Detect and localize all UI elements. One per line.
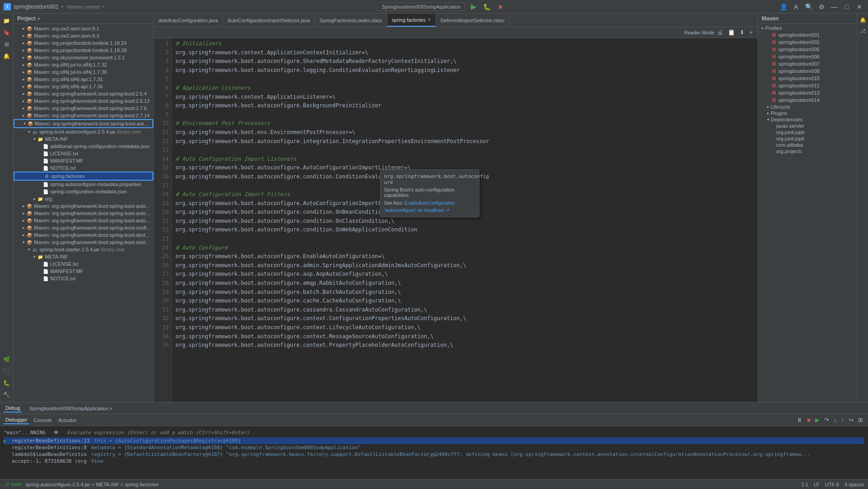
project-name[interactable]: springbootdom001	[14, 4, 58, 10]
tree-arrow[interactable]: ▸	[21, 77, 26, 82]
tree-arrow[interactable]: ▸	[21, 70, 26, 74]
maven-item-10[interactable]: Mspringbootdom014	[758, 96, 857, 104]
tooltip-enable-link[interactable]: EnableAutoConfiguration	[404, 201, 455, 206]
debug-button[interactable]: 🐛	[482, 2, 492, 12]
maven-item-0[interactable]: ▸Profiles	[758, 25, 857, 31]
tree-item-8[interactable]: ▸📦Maven: org.slf4j:slf4j-api:1.7.36	[14, 83, 153, 90]
tree-item-3[interactable]: ▸📦Maven: org.projectlombok:lombok:1.18.2…	[14, 47, 153, 54]
ri-git[interactable]: ⎇	[859, 26, 868, 35]
maven-item-2[interactable]: Mspringbootdom002	[758, 38, 857, 46]
tree-arrow[interactable]: ▸	[21, 41, 26, 45]
tree-arrow[interactable]: ▾	[26, 129, 32, 134]
maven-item-11[interactable]: ▸Lifecycle	[758, 104, 857, 110]
ri-notifications[interactable]: 🔔	[859, 15, 868, 24]
maximize-button[interactable]: □	[842, 2, 852, 12]
tooltip-localhost-link[interactable]: 'autoconfigure' on localhost ↗	[384, 207, 450, 213]
debug-row-2[interactable]: registerBeanDefinitions:8 metadata = {St…	[4, 444, 864, 451]
sidebar-icon-terminal[interactable]: ⬛	[1, 366, 12, 377]
tree-arrow[interactable]: ▾	[26, 247, 32, 252]
actuator-tab[interactable]: Actuator	[57, 417, 79, 424]
app-config-name[interactable]: Springbootdom008SsmpApplication	[378, 3, 465, 11]
git-indicator[interactable]: ⎇ main	[4, 481, 22, 487]
tree-arrow[interactable]: ▾	[32, 254, 37, 259]
maven-item-6[interactable]: Mspringbootdom008	[758, 67, 857, 75]
maven-item-4[interactable]: Mspringbootdom006	[758, 53, 857, 60]
tree-arrow[interactable]: ▸	[21, 233, 26, 237]
tree-item-11[interactable]: ▸📦Maven: org.springframework.boot:spring…	[14, 105, 153, 112]
maven-arrow[interactable]: ▾	[765, 117, 771, 122]
version-control[interactable]: Version control	[66, 4, 100, 10]
tree-item-17[interactable]: 📄LICENSE.txt	[14, 150, 153, 157]
toolbar-add[interactable]: +	[748, 28, 754, 37]
bt-run-to-cursor[interactable]: ↪	[847, 416, 855, 424]
tree-item-30[interactable]: ▾🗂spring-boot-starter-2.5.4.jar library …	[14, 246, 153, 253]
maven-item-13[interactable]: ▾Dependencies	[758, 116, 857, 123]
reader-mode-btn[interactable]: Reader Mode	[684, 30, 715, 35]
close-button[interactable]: ✕	[854, 2, 864, 12]
tree-arrow[interactable]: ▸	[21, 99, 26, 103]
maven-item-1[interactable]: Mspringbootdom001	[758, 31, 857, 38]
sidebar-icon-project[interactable]: 📁	[1, 15, 12, 26]
tree-item-22[interactable]: 📄spring-configuration-metadata.json	[14, 188, 153, 195]
tree-item-14[interactable]: ▾🗂spring-boot-autoconfigure-2.5.4.jar li…	[14, 128, 153, 135]
sidebar-icon-debug[interactable]: 🐛	[1, 378, 12, 388]
bottom-tab-Springbootdom008SsmpApplication ×[interactable]: Springbootdom008SsmpApplication ×	[27, 405, 114, 412]
tree-item-28[interactable]: ▸📦Maven: org.springframework.boot:spring…	[14, 231, 153, 239]
tree-item-21[interactable]: 📄spring-autoconfigure-metadata.propertie…	[14, 181, 153, 188]
maven-item-5[interactable]: Mspringbootdom007	[758, 60, 857, 67]
sidebar-icon-bookmark[interactable]: 🔖	[1, 27, 12, 38]
tree-arrow[interactable]: ▸	[21, 211, 26, 216]
bt-step-into[interactable]: ↓	[832, 416, 838, 424]
tree-item-26[interactable]: ▸📦Maven: org.springframework.boot:spring…	[14, 217, 153, 224]
bt-step-over[interactable]: ↷	[823, 416, 830, 424]
tree-arrow[interactable]: ▸	[32, 197, 37, 201]
bt-resume[interactable]: ▶	[814, 416, 821, 424]
debug-row-0[interactable]: "main"...NNING 👁 Evaluate expression (En…	[4, 428, 864, 437]
tree-arrow[interactable]: ▸	[21, 225, 26, 230]
maven-arrow[interactable]: ▸	[765, 105, 771, 109]
bt-stop[interactable]: ■	[806, 416, 812, 424]
tree-item-7[interactable]: ▸📦Maven: org.slf4j:slf4j-api:1.7.31	[14, 76, 153, 83]
tree-arrow[interactable]: ▸	[21, 218, 26, 223]
maven-item-14[interactable]: javax.servlet	[758, 123, 857, 129]
tree-item-4[interactable]: ▸📦Maven: org.skyscreamer:jsonassert:1.5.…	[14, 54, 153, 61]
stop-button[interactable]: ■	[496, 2, 506, 12]
editor-tab-spring_factories[interactable]: spring.factories✕	[387, 14, 436, 27]
tree-item-15[interactable]: ▾📁META-INF	[14, 135, 153, 143]
maven-item-18[interactable]: org.projectc	[758, 148, 857, 154]
debug-watch-area[interactable]: Evaluate expression (Enter) or add a wat…	[67, 430, 250, 436]
tree-item-2[interactable]: ▸📦Maven: org.projectlombok:lombok:1.18.2…	[14, 39, 153, 47]
minimize-button[interactable]: —	[829, 2, 839, 12]
bt-pause[interactable]: ⏸	[795, 416, 804, 424]
bottom-tab-Debug[interactable]: Debug	[4, 404, 22, 412]
tree-arrow[interactable]: ▾	[32, 137, 37, 141]
sidebar-icon-structure[interactable]: ⊞	[1, 39, 12, 50]
sidebar-icon-notifications[interactable]: 🔔	[1, 51, 12, 62]
tree-item-5[interactable]: ▸📦Maven: org.slf4j:jul-to-slf4j:1.7.32	[14, 61, 153, 68]
tree-item-10[interactable]: ▸📦Maven: org.springframework.boot:spring…	[14, 97, 153, 105]
editor-tab-DeferredImportSelector_class[interactable]: DeferredImportSelector.class	[436, 14, 510, 27]
editor-tab-AutoConfigurationImportSelector_java[interactable]: AutoConfigurationImportSelector.java	[223, 14, 315, 27]
debug-row-3[interactable]: lambdaS$loadBeanDefinitio registry = {De…	[4, 451, 864, 458]
maven-item-12[interactable]: ▸Plugins	[758, 110, 857, 116]
tree-item-24[interactable]: ▸📦Maven: org.springframework.boot:spring…	[14, 202, 153, 210]
editor-tab-ableAutoConfiguration_java[interactable]: ableAutoConfiguration.java	[154, 14, 223, 27]
debugger-tab[interactable]: Debugger	[4, 416, 29, 424]
debug-row-1[interactable]: ▶ registerBeanDefinitions:11 this = {Aut…	[4, 437, 864, 444]
tree-arrow[interactable]: ▸	[21, 91, 26, 96]
tree-item-32[interactable]: 📄LICENSE.txt	[14, 260, 153, 268]
bt-step-out[interactable]: ↑	[840, 416, 846, 424]
profile-button[interactable]: 👤	[778, 2, 788, 12]
tree-item-19[interactable]: 📄NOTICE.txt	[14, 164, 153, 172]
tree-item-12[interactable]: ▸📦Maven: org.springframework.boot:spring…	[14, 112, 153, 119]
tree-item-1[interactable]: ▸📦Maven: org.ow2.asm:asm:9.3	[14, 32, 153, 39]
tree-item-31[interactable]: ▾📁META-INF	[14, 253, 153, 260]
tree-item-9[interactable]: ▸📦Maven: org.springframework.boot:spring…	[14, 90, 153, 97]
tree-item-29[interactable]: ▾📦Maven: org.springframework.boot:spring…	[14, 239, 153, 246]
tab-close[interactable]: ✕	[427, 17, 431, 22]
tree-arrow[interactable]: ▸	[21, 106, 26, 110]
tree-item-18[interactable]: 📄MANIFEST.MF	[14, 157, 153, 164]
tree-arrow[interactable]: ▸	[21, 113, 26, 118]
debug-watch-icon[interactable]: 👁	[52, 428, 61, 437]
tree-arrow[interactable]: ▾	[21, 240, 26, 244]
